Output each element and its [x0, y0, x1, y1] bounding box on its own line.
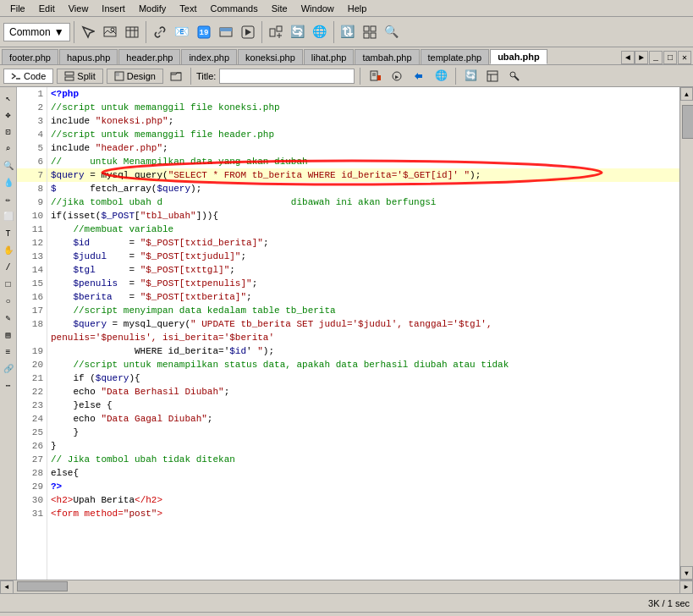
tool-layout[interactable]: ▤: [1, 327, 16, 343]
tab-next-btn[interactable]: ►: [635, 51, 648, 64]
ln-22: 22: [17, 385, 47, 399]
toolbar-separator-1: [74, 21, 74, 43]
tab-ubah[interactable]: ubah.php: [490, 49, 547, 64]
code-line-3: include "koneksi.php";: [47, 114, 679, 128]
code-btn-4[interactable]: 🌐: [432, 68, 450, 85]
design-view-btn[interactable]: Design: [107, 69, 163, 84]
tab-template[interactable]: template.php: [421, 49, 490, 64]
toolbar-flash-btn[interactable]: 19: [194, 22, 214, 42]
tab-minimize-btn[interactable]: _: [649, 51, 663, 64]
tool-eraser[interactable]: ⬜: [1, 209, 16, 224]
tool-brush[interactable]: ✏: [1, 192, 16, 207]
main-toolbar: Common ▼ 📧 19 🔄 🌐 🔃 🔍: [0, 17, 693, 47]
tool-edit[interactable]: ✎: [1, 311, 16, 326]
toolbar-link-btn[interactable]: [150, 22, 170, 42]
code-line-22: echo "Data Berhasil Diubah";: [47, 385, 679, 399]
properties-bar[interactable]: ▶ Properties: [0, 612, 693, 616]
tool-format[interactable]: ≡: [1, 344, 16, 360]
code-line-18a: $query = mysql_query(" UPDATE tb_berita …: [47, 317, 679, 331]
h-scroll-thumb[interactable]: [17, 581, 68, 591]
scroll-up-btn[interactable]: ▲: [680, 87, 693, 101]
toolbar-refresh2-btn[interactable]: 🔃: [338, 22, 358, 42]
code-line-8: $ fetch_array($query);: [47, 182, 679, 195]
toolbar-widget-btn[interactable]: [266, 22, 286, 42]
tool-link[interactable]: 🔗: [1, 361, 16, 377]
toolbar-media-btn[interactable]: [238, 22, 258, 42]
code-line-21: if ($query){: [47, 371, 679, 385]
scroll-left-btn[interactable]: ◄: [0, 580, 14, 594]
svg-rect-24: [116, 73, 119, 76]
tool-extra[interactable]: ⋯: [1, 378, 16, 393]
tool-eyedrop[interactable]: 💧: [1, 175, 16, 190]
tab-header[interactable]: header.php: [118, 49, 180, 64]
scroll-down-btn[interactable]: ▼: [680, 566, 693, 580]
scroll-right-btn[interactable]: ►: [679, 580, 693, 594]
tab-lihat[interactable]: lihat.php: [304, 49, 355, 64]
tab-footer[interactable]: footer.php: [2, 49, 58, 64]
svg-marker-29: [377, 75, 381, 80]
ln-28: 28: [17, 466, 47, 480]
code-line-5: include "header.php";: [47, 141, 679, 155]
code-btn-3[interactable]: [410, 68, 428, 85]
tab-index[interactable]: index.php: [181, 49, 237, 64]
code-line-28: else{: [47, 466, 679, 480]
toolbar-grid-btn[interactable]: [360, 22, 380, 42]
code-btn-6[interactable]: [483, 68, 502, 85]
toolbar-separator-3: [261, 21, 262, 43]
code-btn-5[interactable]: 🔄: [461, 68, 480, 85]
tool-zoom[interactable]: 🔍: [1, 158, 16, 173]
tab-koneksi[interactable]: koneksi.php: [238, 49, 303, 64]
tool-text[interactable]: T: [1, 226, 16, 241]
code-btn-1[interactable]: [366, 68, 384, 85]
menu-file[interactable]: File: [3, 2, 32, 15]
tool-rect[interactable]: □: [1, 277, 16, 292]
tool-lasso[interactable]: ⌕: [1, 141, 16, 157]
menu-window[interactable]: Window: [294, 2, 341, 15]
toolbar-refresh-btn[interactable]: 🔄: [288, 22, 308, 42]
toolbar-preview-btn[interactable]: 🌐: [310, 22, 330, 42]
tool-arrow[interactable]: ↖: [1, 91, 16, 106]
toolbar-select-btn[interactable]: [78, 22, 98, 42]
vertical-scrollbar[interactable]: ▲ ▼: [679, 87, 693, 580]
tool-line[interactable]: /: [1, 260, 16, 275]
insert-dropdown[interactable]: Common ▼: [3, 23, 70, 41]
tab-close-btn[interactable]: ✕: [678, 51, 691, 64]
code-view-btn[interactable]: Code: [3, 69, 53, 84]
toolbar-nav-btn[interactable]: [216, 22, 236, 42]
tab-hapus[interactable]: hapus.php: [59, 49, 118, 64]
tool-pointer[interactable]: ✥: [1, 107, 16, 123]
menu-site[interactable]: Site: [265, 2, 294, 15]
horizontal-scrollbar[interactable]: ◄ ►: [0, 580, 693, 593]
toolbar-email-btn[interactable]: 📧: [172, 22, 192, 42]
svg-text:▶: ▶: [395, 74, 399, 80]
tool-select[interactable]: ⊡: [1, 124, 16, 140]
tab-tambah[interactable]: tambah.php: [355, 49, 419, 64]
ln-25: 25: [17, 426, 47, 439]
ln-16: 16: [17, 290, 47, 304]
code-btn-2[interactable]: ▶: [388, 68, 406, 85]
ln-31: 31: [17, 507, 47, 520]
title-input[interactable]: [219, 69, 355, 84]
tab-prev-btn[interactable]: ◄: [621, 51, 635, 64]
tool-circle[interactable]: ○: [1, 294, 16, 309]
menu-insert[interactable]: Insert: [95, 2, 132, 15]
split-view-btn[interactable]: Split: [57, 69, 102, 84]
tool-hand[interactable]: ✋: [1, 243, 16, 258]
menu-modify[interactable]: Modify: [132, 2, 173, 15]
menu-commands[interactable]: Commands: [203, 2, 264, 15]
toolbar-inspect-btn[interactable]: 🔍: [382, 22, 402, 42]
menu-view[interactable]: View: [62, 2, 96, 15]
code-editor[interactable]: <?php //script untuk memanggil file kone…: [47, 87, 679, 580]
code-sep-3: [455, 68, 456, 85]
toolbar-table-btn[interactable]: [122, 22, 142, 42]
menu-edit[interactable]: Edit: [32, 2, 62, 15]
scroll-thumb[interactable]: [682, 105, 693, 139]
menu-text[interactable]: Text: [173, 2, 203, 15]
menu-help[interactable]: Help: [341, 2, 374, 15]
code-line-23: }else {: [47, 399, 679, 412]
code-btn-7[interactable]: [505, 68, 524, 85]
ln-23: 23: [17, 399, 47, 412]
toolbar-image-btn[interactable]: [100, 22, 120, 42]
tab-maximize-btn[interactable]: □: [663, 51, 677, 64]
file-mgr-btn[interactable]: [167, 68, 185, 85]
